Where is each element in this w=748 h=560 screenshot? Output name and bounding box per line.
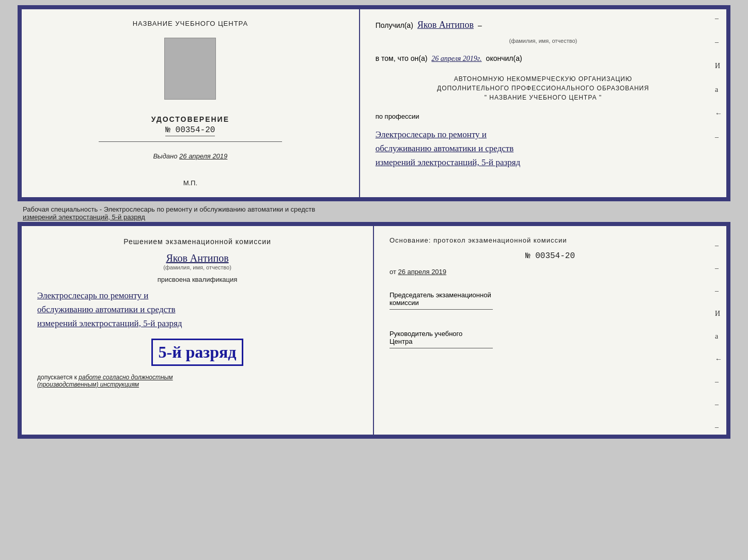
issued-date: 26 апреля 2019 [179, 152, 227, 160]
head-signature-line [389, 348, 493, 348]
issued-label: Выдано [153, 152, 177, 160]
issued-line: Выдано 26 апреля 2019 [153, 152, 227, 160]
head-block: Руководитель учебного Центра [389, 330, 711, 351]
top-document: НАЗВАНИЕ УЧЕБНОГО ЦЕНТРА УДОСТОВЕРЕНИЕ №… [18, 5, 730, 201]
mp-label: М.П. [183, 179, 197, 187]
qualification-text: Электрослесарь по ремонту и обслуживанию… [37, 289, 357, 331]
allowed-block: допускается к работе согласно должностны… [37, 374, 357, 388]
org-line1: АВТОНОМНУЮ НЕКОММЕРЧЕСКУЮ ОРГАНИЗАЦИЮ [376, 74, 711, 84]
recipient-name: Яков Антипов [417, 20, 474, 30]
top-left-panel: НАЗВАНИЕ УЧЕБНОГО ЦЕНТРА УДОСТОВЕРЕНИЕ №… [22, 9, 360, 197]
qual-line3: измерений электростанций, 5-й разряд [37, 316, 357, 330]
date-prefix: в том, что он(а) [376, 54, 428, 62]
date-suffix: окончил(а) [486, 54, 522, 62]
allowed-prefix: допускается к [37, 374, 77, 381]
bottom-document: Решением экзаменационной комиссии Яков А… [18, 222, 730, 439]
cert-label: УДОСТОВЕРЕНИЕ [151, 115, 229, 123]
commission-title: Решением экзаменационной комиссии [37, 236, 357, 247]
cert-number: № 00354-20 [165, 125, 215, 136]
org-line2: ДОПОЛНИТЕЛЬНОГО ПРОФЕССИОНАЛЬНОГО ОБРАЗО… [376, 84, 711, 93]
rank-badge: 5-й разряд [151, 339, 243, 366]
person-name: Яков Антипов [37, 252, 357, 264]
allowed-text2: (производственным) инструкциям [37, 381, 139, 388]
date-from-prefix: от [389, 268, 396, 276]
person-sublabel: (фамилия, имя, отчество) [37, 264, 357, 270]
qual-line2: обслуживанию автоматики и средств [37, 302, 357, 316]
basis-label: Основание: протокол экзаменационной коми… [389, 236, 711, 244]
bottom-left-panel: Решением экзаменационной комиссии Яков А… [22, 226, 374, 435]
org-text: АВТОНОМНУЮ НЕКОММЕРЧЕСКУЮ ОРГАНИЗАЦИЮ ДО… [376, 74, 711, 102]
cert-section: УДОСТОВЕРЕНИЕ № 00354-20 [151, 115, 229, 136]
bottom-right-dashes: – – – И а ← – – – [715, 242, 722, 431]
protocol-number: № 00354-20 [389, 251, 711, 261]
middle-text-block: Рабочая специальность - Электрослесарь п… [18, 201, 730, 222]
rank-badge-container: 5-й разряд [37, 336, 357, 369]
head-title: Руководитель учебного [389, 330, 711, 338]
allowed-text: работе согласно должностным [79, 374, 173, 381]
protocol-date: от 26 апреля 2019 [389, 268, 711, 276]
date-line: в том, что он(а) 26 апреля 2019г. окончи… [376, 54, 711, 63]
assigned-label: присвоена квалификация [37, 276, 357, 283]
bottom-right-panel: – – – И а ← – – – Основание: протокол эк… [374, 226, 726, 435]
org-line3: " НАЗВАНИЕ УЧЕБНОГО ЦЕНТРА " [376, 93, 711, 102]
top-right-panel: – – И а ← – Получил(а) Яков Антипов – (ф… [360, 9, 726, 197]
chairman-title: Председатель экзаменационной [389, 291, 711, 299]
recipient-block: Получил(а) Яков Антипов – [376, 20, 711, 30]
profession-text: Электрослесарь по ремонту и обслуживанию… [376, 127, 711, 170]
profession-prefix: по профессии [376, 113, 711, 120]
chairman-block: Председатель экзаменационной комиссии [389, 291, 711, 312]
profession-line3: измерений электростанций, 5-й разряд [376, 155, 711, 169]
protocol-date-value: 26 апреля 2019 [398, 268, 447, 276]
training-center-title: НАЗВАНИЕ УЧЕБНОГО ЦЕНТРА [133, 20, 248, 27]
person-block: Яков Антипов (фамилия, имя, отчество) [37, 252, 357, 270]
date-value: 26 апреля 2019г. [431, 55, 481, 63]
chairman-signature-line [389, 309, 493, 310]
recipient-sublabel: (фамилия, имя, отчество) [376, 38, 711, 44]
middle-text-line2: измерений электростанций, 5-й разряд [23, 213, 725, 221]
photo-placeholder [164, 38, 216, 100]
right-dashes: – – И а ← – [715, 14, 722, 141]
head-title2: Центра [389, 338, 711, 345]
chairman-title2: комиссии [389, 299, 711, 307]
profession-line2: обслуживанию автоматики и средств [376, 141, 711, 155]
profession-line1: Электрослесарь по ремонту и [376, 127, 711, 141]
middle-text-line1: Рабочая специальность - Электрослесарь п… [23, 205, 725, 213]
qual-line1: Электрослесарь по ремонту и [37, 289, 357, 302]
recipient-prefix: Получил(а) [376, 21, 413, 29]
